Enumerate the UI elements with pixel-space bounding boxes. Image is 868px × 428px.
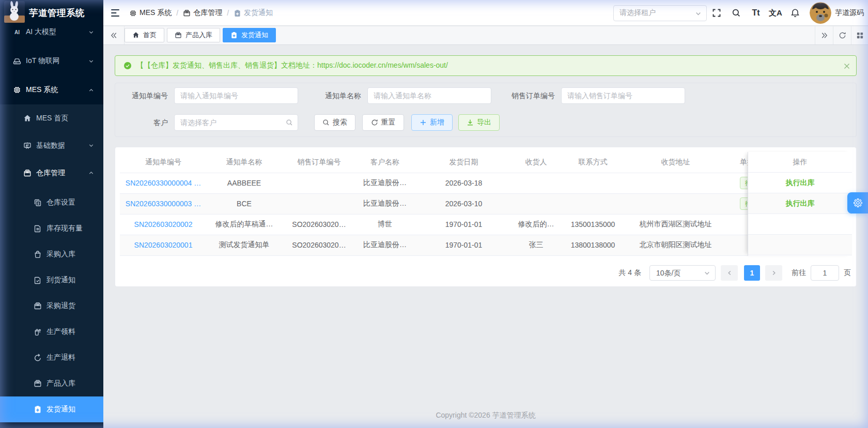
notice-code-input[interactable]: 请输入通知单编号 bbox=[174, 87, 298, 104]
export-button[interactable]: 导出 bbox=[458, 114, 500, 131]
bell-icon[interactable] bbox=[785, 0, 805, 26]
doc-link[interactable]: https://doc.iocoder.cn/mes/wm/sales-out/ bbox=[317, 61, 448, 69]
breadcrumb-item-delivery-notice: 发货通知 bbox=[234, 8, 273, 18]
breadcrumb-label: MES 系统 bbox=[140, 8, 172, 18]
settings-gear-button[interactable] bbox=[847, 192, 868, 213]
language-icon[interactable]: 文A bbox=[766, 0, 785, 26]
sidebar-item-label: 基础数据 bbox=[36, 141, 65, 150]
sidebar-item-mes-home[interactable]: MES 首页 bbox=[0, 104, 103, 132]
sidebar-collapse-icon[interactable] bbox=[110, 7, 121, 19]
reset-button[interactable]: 重置 bbox=[362, 114, 404, 131]
table-cell: 13800138000 bbox=[558, 235, 628, 255]
table-row: SN20260330000003 … BCE 比亚迪股份… 2026-03-10… bbox=[120, 193, 748, 214]
table-cell bbox=[558, 173, 628, 193]
page-size-select[interactable]: 10条/页 bbox=[649, 265, 716, 281]
sidebar-item-stock[interactable]: 库存现有量 bbox=[0, 216, 103, 241]
page-number-button[interactable]: 1 bbox=[744, 265, 760, 281]
breadcrumb-item-mes[interactable]: MES 系统 bbox=[129, 8, 172, 18]
col-header[interactable]: 通知单名称 bbox=[207, 152, 282, 173]
sidebar-item-base-data[interactable]: 基础数据 bbox=[0, 132, 103, 159]
bag-up-icon bbox=[34, 328, 42, 336]
search-button[interactable]: 搜索 bbox=[314, 114, 355, 131]
tagsview-bar: 首页 产品入库 发货通知 bbox=[103, 26, 868, 45]
prev-page-button[interactable] bbox=[721, 265, 738, 281]
table-cell: 修改后的… bbox=[514, 214, 558, 235]
action-cell: 执行出库 bbox=[748, 173, 852, 193]
tab-delivery-notice[interactable]: 发货通知 bbox=[223, 28, 276, 42]
undo-icon bbox=[34, 354, 42, 362]
search-icon bbox=[286, 119, 293, 126]
sidebar-item-purchase-in[interactable]: 采购入库 bbox=[0, 241, 103, 267]
notice-code-link[interactable]: SN202603020002 bbox=[134, 220, 193, 228]
col-header[interactable]: 收货地址 bbox=[628, 152, 723, 173]
col-header[interactable]: 联系方式 bbox=[558, 152, 628, 173]
table-cell: BCE bbox=[207, 193, 282, 214]
logo-image bbox=[4, 1, 25, 23]
sidebar-item-label: 采购入库 bbox=[47, 250, 75, 259]
col-header[interactable]: 客户名称 bbox=[357, 152, 413, 173]
font-size-icon[interactable]: Tt bbox=[746, 0, 766, 26]
table-cell: 张三 bbox=[514, 235, 558, 255]
close-icon[interactable] bbox=[843, 63, 850, 70]
sidebar-item-warehouse-setting[interactable]: 仓库设置 bbox=[0, 190, 103, 216]
sidebar-item-label: 产品入库 bbox=[47, 379, 75, 388]
goto-page-input[interactable]: 1 bbox=[811, 265, 839, 281]
col-header-action: 操作 bbox=[748, 152, 852, 173]
customer-select[interactable]: 请选择客户 bbox=[174, 114, 298, 131]
notice-name-input[interactable]: 请输入通知单名称 bbox=[367, 87, 491, 104]
col-header[interactable]: 单据状态 bbox=[723, 152, 748, 173]
tabs-scroll-left-icon[interactable] bbox=[105, 26, 122, 44]
sale-order-input[interactable]: 请输入销售订单编号 bbox=[561, 87, 685, 104]
table-cell bbox=[282, 173, 357, 193]
next-page-button[interactable] bbox=[765, 265, 782, 281]
col-header[interactable]: 通知单编号 bbox=[120, 152, 207, 173]
table-header-row: 通知单编号 通知单名称 销售订单编号 客户名称 发货日期 收货人 联系方式 收货… bbox=[120, 152, 748, 173]
sidebar-item-purchase-return[interactable]: 采购退货 bbox=[0, 293, 103, 319]
app-title: 芋道管理系统 bbox=[29, 0, 85, 26]
tabs-scroll-right-icon[interactable] bbox=[815, 26, 833, 44]
notice-code-link[interactable]: SN202603020001 bbox=[134, 241, 193, 249]
box-icon bbox=[183, 9, 191, 17]
sidebar-item-production-return[interactable]: 生产退料 bbox=[0, 345, 103, 371]
table-cell bbox=[723, 235, 748, 255]
breadcrumb-item-warehouse[interactable]: 仓库管理 bbox=[183, 8, 222, 18]
search-icon[interactable] bbox=[726, 0, 746, 26]
sidebar-item-production-pick[interactable]: 生产领料 bbox=[0, 319, 103, 345]
fullscreen-icon[interactable] bbox=[707, 0, 726, 26]
tenant-select[interactable]: 请选择租户 bbox=[613, 5, 707, 21]
username[interactable]: 芋道源码 bbox=[835, 8, 864, 18]
sidebar-item-iot[interactable]: IoT 物联网 bbox=[0, 47, 103, 75]
notice-code-link[interactable]: SN20260330000003 … bbox=[126, 200, 201, 208]
table-row: SN20260330000004 … AABBEEE 比亚迪股份… 2026-0… bbox=[120, 173, 748, 193]
app-logo[interactable]: 芋道管理系统 bbox=[0, 0, 103, 25]
box-icon bbox=[175, 32, 182, 39]
sidebar-item-mes[interactable]: MES 系统 bbox=[0, 75, 103, 104]
execute-outbound-link[interactable]: 执行出库 bbox=[786, 199, 815, 208]
sidebar-item-warehouse[interactable]: 仓库管理 bbox=[0, 159, 103, 187]
sidebar-item-arrival-notice[interactable]: 到货通知 bbox=[0, 267, 103, 293]
top-navbar: MES 系统 / 仓库管理 / 发货通知 请选择租户 Tt 文A bbox=[103, 0, 868, 26]
chevron-down-icon bbox=[88, 29, 94, 35]
table-cell bbox=[628, 193, 723, 214]
col-header[interactable]: 销售订单编号 bbox=[282, 152, 357, 173]
field-label: 通知单编号 bbox=[115, 87, 168, 104]
avatar[interactable] bbox=[810, 2, 831, 24]
col-header[interactable]: 收货人 bbox=[514, 152, 558, 173]
add-button[interactable]: 新增 bbox=[411, 114, 453, 131]
tabs-refresh-icon[interactable] bbox=[833, 26, 851, 44]
tabs-menu-icon[interactable] bbox=[851, 26, 868, 44]
execute-outbound-link[interactable]: 执行出库 bbox=[786, 178, 815, 188]
box-icon bbox=[34, 302, 42, 310]
tab-product-in[interactable]: 产品入库 bbox=[167, 28, 220, 42]
sidebar-item-product-in[interactable]: 产品入库 bbox=[0, 371, 103, 396]
tab-home[interactable]: 首页 bbox=[125, 28, 164, 42]
doc-check-icon bbox=[34, 276, 42, 284]
table-cell bbox=[628, 173, 723, 193]
sidebar-item-delivery-notice[interactable]: 发货通知 bbox=[0, 396, 103, 422]
notice-code-link[interactable]: SN20260330000004 … bbox=[126, 179, 201, 187]
sidebar-item-label: IoT 物联网 bbox=[26, 56, 60, 66]
breadcrumb-label: 发货通知 bbox=[244, 8, 273, 18]
bag-icon bbox=[34, 250, 42, 258]
field-label: 客户 bbox=[115, 114, 168, 131]
col-header[interactable]: 发货日期 bbox=[413, 152, 514, 173]
